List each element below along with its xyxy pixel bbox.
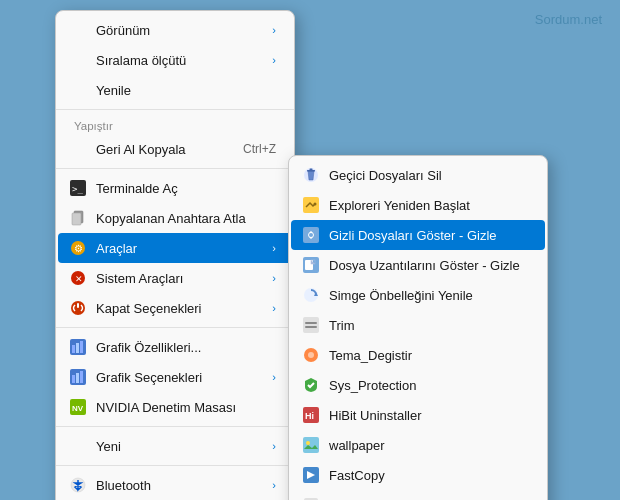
yapistir-label: Yapıştır — [74, 120, 276, 132]
gorunum-icon — [68, 20, 88, 40]
separator-5 — [56, 465, 294, 466]
svg-text:⚙: ⚙ — [74, 243, 83, 254]
svg-text:Hi: Hi — [305, 411, 314, 421]
svg-rect-41 — [303, 317, 319, 333]
menu-item-kapat[interactable]: Kapat Seçenekleri › — [58, 293, 292, 323]
fastcopy-icon — [301, 465, 321, 485]
grafik-sec-icon — [68, 367, 88, 387]
menu-item-grafik-sec[interactable]: Grafik Seçenekleri › — [58, 362, 292, 392]
sub-item-tema[interactable]: Tema_Degistir — [291, 340, 545, 370]
bluetooth-label: Bluetooth — [96, 478, 272, 493]
fastcopy-label: FastCopy — [329, 468, 529, 483]
terminal-icon: >_ — [68, 178, 88, 198]
svg-rect-12 — [76, 343, 79, 353]
kapat-arrow: › — [272, 302, 276, 314]
kopyalanan-label: Kopyalanan Anahtara Atla — [96, 211, 276, 226]
menu-item-gorunum[interactable]: Görünüm › — [58, 15, 292, 45]
sub-item-trim[interactable]: Trim — [291, 310, 545, 340]
gizli-icon — [301, 225, 321, 245]
trim-icon — [301, 315, 321, 335]
simge-label: Simge Önbelleğini Yenile — [329, 288, 529, 303]
menu-item-geri-al[interactable]: Geri Al Kopyala Ctrl+Z — [58, 134, 292, 164]
tema-label: Tema_Degistir — [329, 348, 529, 363]
sub-item-simge[interactable]: Simge Önbelleğini Yenile — [291, 280, 545, 310]
yapistir-header: Yapıştır — [58, 114, 292, 134]
sub-item-gecici[interactable]: Geçici Dosyaları Sil — [291, 160, 545, 190]
sub-item-wallpaper[interactable]: wallpaper — [291, 430, 545, 460]
bluetooth-arrow: › — [272, 479, 276, 491]
svg-text:✕: ✕ — [75, 274, 83, 284]
grafik-oz-icon — [68, 337, 88, 357]
svg-rect-16 — [76, 373, 79, 383]
sistem-icon: ✕ — [68, 268, 88, 288]
menu-item-araclar[interactable]: ⚙ Araçlar › — [58, 233, 292, 263]
menu-item-yenile[interactable]: Yenile — [58, 75, 292, 105]
trim-label: Trim — [329, 318, 529, 333]
uzanti-icon — [301, 255, 321, 275]
araclar-label: Araçlar — [96, 241, 272, 256]
simge-icon — [301, 285, 321, 305]
svg-rect-17 — [80, 371, 83, 383]
siralama-arrow: › — [272, 54, 276, 66]
gorunum-label: Görünüm — [96, 23, 272, 38]
grafik-sec-label: Grafik Seçenekleri — [96, 370, 272, 385]
hibit-icon: Hi — [301, 405, 321, 425]
svg-text:>_: >_ — [72, 184, 83, 194]
svg-point-33 — [314, 203, 317, 206]
menu-item-terminal[interactable]: >_ Terminalde Aç — [58, 173, 292, 203]
nvidia-label: NVIDIA Denetim Masası — [96, 400, 276, 415]
siralama-icon — [68, 50, 88, 70]
geri-al-icon — [68, 139, 88, 159]
sub-item-hibit[interactable]: Hi HiBit Uninstaller — [291, 400, 545, 430]
sistem-arrow: › — [272, 272, 276, 284]
sub-item-fastcopy[interactable]: FastCopy — [291, 460, 545, 490]
separator-1 — [56, 109, 294, 110]
svg-rect-42 — [305, 322, 317, 324]
sistem-label: Sistem Araçları — [96, 271, 272, 286]
svg-rect-11 — [72, 345, 75, 353]
araclar-icon: ⚙ — [68, 238, 88, 258]
yeni-arrow: › — [272, 440, 276, 452]
separator-2 — [56, 168, 294, 169]
sub-item-explorer[interactable]: Exploreri Yeniden Başlat — [291, 190, 545, 220]
menu-item-siralama[interactable]: Sıralama ölçütü › — [58, 45, 292, 75]
svg-text:NV: NV — [72, 404, 84, 413]
svg-rect-15 — [72, 375, 75, 383]
sub-context-menu: Geçici Dosyaları Sil Exploreri Yeniden B… — [288, 155, 548, 500]
hibit-label: HiBit Uninstaller — [329, 408, 529, 423]
wallpaper-icon — [301, 435, 321, 455]
kopyalanan-icon — [68, 208, 88, 228]
gecici-label: Geçici Dosyaları Sil — [329, 168, 529, 183]
sub-item-gizli-copler[interactable]: gizli_copler — [291, 490, 545, 500]
uzanti-label: Dosya Uzantılarını Göster - Gizle — [329, 258, 529, 273]
explorer-icon — [301, 195, 321, 215]
svg-rect-48 — [303, 437, 319, 453]
sub-item-uzanti[interactable]: Dosya Uzantılarını Göster - Gizle — [291, 250, 545, 280]
svg-rect-13 — [80, 341, 83, 353]
main-context-menu: Görünüm › Sıralama ölçütü › Yenile Yapış… — [55, 10, 295, 500]
gorunum-arrow: › — [272, 24, 276, 36]
yenile-label: Yenile — [96, 83, 276, 98]
yenile-icon — [68, 80, 88, 100]
menu-item-sistem[interactable]: ✕ Sistem Araçları › — [58, 263, 292, 293]
gizli-label: Gizli Dosyaları Göster - Gizle — [329, 228, 529, 243]
menu-item-yeni[interactable]: Yeni › — [58, 431, 292, 461]
watermark-text: Sordum.net — [535, 12, 602, 27]
menu-item-kopyalanan[interactable]: Kopyalanan Anahtara Atla — [58, 203, 292, 233]
menu-item-nvidia[interactable]: NV NVIDIA Denetim Masası — [58, 392, 292, 422]
sub-item-gizli[interactable]: Gizli Dosyaları Göster - Gizle — [291, 220, 545, 250]
grafik-oz-label: Grafik Özellikleri... — [96, 340, 276, 355]
kapat-icon — [68, 298, 88, 318]
wallpaper-label: wallpaper — [329, 438, 529, 453]
siralama-label: Sıralama ölçütü — [96, 53, 272, 68]
nvidia-icon: NV — [68, 397, 88, 417]
sub-item-sys[interactable]: Sys_Protection — [291, 370, 545, 400]
bluetooth-icon — [68, 475, 88, 495]
svg-point-45 — [308, 352, 314, 358]
geri-al-shortcut: Ctrl+Z — [243, 142, 276, 156]
svg-rect-43 — [305, 326, 317, 328]
menu-item-bluetooth[interactable]: Bluetooth › — [58, 470, 292, 500]
separator-3 — [56, 327, 294, 328]
menu-item-grafik-oz[interactable]: Grafik Özellikleri... — [58, 332, 292, 362]
svg-point-49 — [306, 441, 310, 445]
